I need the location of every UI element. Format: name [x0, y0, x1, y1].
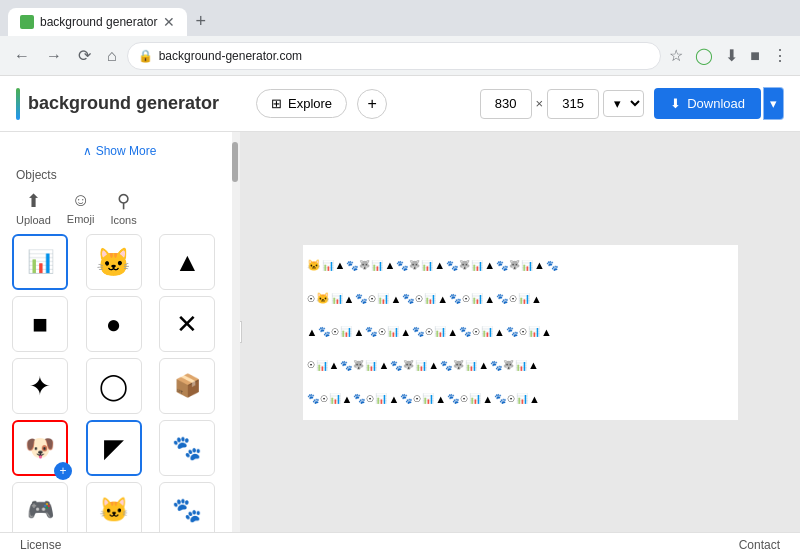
tools-section: ⬆ Upload ☺ Emoji ⚲ Icons: [0, 186, 239, 230]
pattern-row-2: ☉ 🐱 📊 ▲ 🐾 ☉ 📊 ▲ 🐾 ☉ 📊 ▲ 🐾 ☉ 📊 ▲: [307, 282, 734, 315]
pattern-row-5: 🐾 ☉ 📊 ▲ 🐾 ☉ 📊 ▲ 🐾 ☉ 📊 ▲ 🐾 ☉ 📊 ▲: [307, 382, 734, 415]
p-pres2: 📊: [371, 260, 383, 271]
sidebar-scrollbar[interactable]: [232, 132, 240, 532]
height-input[interactable]: [547, 89, 599, 119]
p-pres4: 📊: [471, 260, 483, 271]
contact-link[interactable]: Contact: [739, 538, 780, 552]
emoji-label: Emoji: [67, 213, 95, 225]
p4-wolf2: 🐺: [403, 360, 414, 370]
object-item-paw2[interactable]: 🐾: [159, 482, 215, 532]
scrollbar-thumb[interactable]: [232, 142, 238, 182]
explore-button[interactable]: ⊞ Explore: [256, 89, 347, 118]
game-icon: 🎮: [27, 497, 54, 523]
show-more-label: Show More: [96, 144, 157, 158]
p-paw3: 🐾: [446, 260, 458, 271]
p-tri5: ▲: [534, 259, 545, 271]
p2-pres3: 📊: [424, 293, 436, 304]
p4-tri4: ▲: [478, 359, 489, 371]
menu-button[interactable]: ⋮: [768, 42, 792, 69]
p-tri4: ▲: [484, 259, 495, 271]
address-bar[interactable]: 🔒 background-generator.com: [127, 42, 662, 70]
canvas-area: 🐱 📊 ▲ 🐾 🐺 📊 ▲ 🐾 🐺 📊 ▲ 🐾 🐺 📊 ▲ 🐾: [240, 132, 800, 532]
object-item-cross[interactable]: ✕: [159, 296, 215, 352]
download-button[interactable]: ⬇ Download: [654, 88, 761, 119]
url-text: background-generator.com: [159, 49, 302, 63]
dimension-dropdown[interactable]: ▾: [603, 90, 644, 117]
tab-close-button[interactable]: ✕: [163, 14, 175, 30]
canvas-handle[interactable]: [240, 321, 242, 343]
object-item-circle[interactable]: ●: [86, 296, 142, 352]
tab-favicon: [20, 15, 34, 29]
object-item-ring[interactable]: ◯: [86, 358, 142, 414]
p5-ring3: ☉: [413, 394, 421, 404]
download-nav-button[interactable]: ⬇: [721, 42, 742, 69]
back-button[interactable]: ←: [8, 43, 36, 69]
p2-pres2: 📊: [377, 293, 389, 304]
object-item-cat2[interactable]: 🐱: [86, 482, 142, 532]
upload-icon: ⬆: [26, 190, 41, 212]
object-item-cube[interactable]: ◤: [86, 420, 142, 476]
show-more-button[interactable]: ∧ Show More: [0, 140, 239, 162]
icons-tool[interactable]: ⚲ Icons: [110, 190, 136, 226]
object-item-box[interactable]: 📦: [159, 358, 215, 414]
dimension-separator: ×: [536, 96, 544, 111]
explore-label: Explore: [288, 96, 332, 111]
emoji-tool[interactable]: ☺ Emoji: [67, 190, 95, 226]
download-dropdown-button[interactable]: ▾: [763, 87, 784, 120]
p4-paw4: 🐾: [490, 360, 502, 371]
object-item-square[interactable]: ■: [12, 296, 68, 352]
new-tab-button[interactable]: +: [187, 7, 214, 36]
forward-button[interactable]: →: [40, 43, 68, 69]
object-item-dog[interactable]: 🐶 +: [12, 420, 68, 476]
upload-tool[interactable]: ⬆ Upload: [16, 190, 51, 226]
nav-bar: ← → ⟳ ⌂ 🔒 background-generator.com ☆ ◯ ⬇…: [0, 36, 800, 76]
p-wolf4: 🐺: [509, 260, 520, 270]
presentation-icon: 📊: [27, 249, 54, 275]
profile-button[interactable]: ◯: [691, 42, 717, 69]
width-input[interactable]: [480, 89, 532, 119]
cat-photo-icon: 🐱: [96, 246, 131, 279]
license-link[interactable]: License: [20, 538, 61, 552]
p5-pres5: 📊: [516, 393, 528, 404]
p3-paw1: 🐾: [365, 326, 377, 337]
lock-icon: 🔒: [138, 49, 153, 63]
p-paw5: 🐾: [546, 260, 558, 271]
p2-ring4: ☉: [462, 294, 470, 304]
grid-icon: ⊞: [271, 96, 282, 111]
p4-tri2: ▲: [378, 359, 389, 371]
p4-tri3: ▲: [428, 359, 439, 371]
p3-tri4: ▲: [494, 326, 505, 338]
extensions-button[interactable]: ■: [746, 43, 764, 69]
tab-bar: background generator ✕ +: [0, 0, 800, 36]
active-tab[interactable]: background generator ✕: [8, 8, 187, 36]
dog-icon: 🐶: [25, 434, 55, 462]
p3-tri5: ▲: [541, 326, 552, 338]
chevron-up-icon: ∧: [83, 144, 92, 158]
p2-paw4: 🐾: [496, 293, 508, 304]
tab-title: background generator: [40, 15, 157, 29]
object-item-triangle[interactable]: ▲: [159, 234, 215, 290]
object-item-cat-photo[interactable]: 🐱: [86, 234, 142, 290]
emoji-icon: ☺: [71, 190, 89, 211]
home-button[interactable]: ⌂: [101, 43, 123, 69]
p4-ring1: ☉: [307, 360, 315, 370]
p3-pres3: 📊: [434, 326, 446, 337]
header-controls: ⊞ Explore + × ▾ ⬇ Download ▾: [256, 87, 784, 120]
p4-pres2: 📊: [365, 360, 377, 371]
object-item-paw[interactable]: 🐾: [159, 420, 215, 476]
p-tri2: ▲: [384, 259, 395, 271]
canvas-container: 🐱 📊 ▲ 🐾 🐺 📊 ▲ 🐾 🐺 📊 ▲ 🐾 🐺 📊 ▲ 🐾: [303, 245, 738, 420]
object-item-game[interactable]: 🎮: [12, 482, 68, 532]
p5-tri4: ▲: [482, 393, 493, 405]
p2-paw3: 🐾: [449, 293, 461, 304]
logo-bar: background generator: [16, 88, 256, 120]
refresh-button[interactable]: ⟳: [72, 42, 97, 69]
bookmark-button[interactable]: ☆: [665, 42, 687, 69]
p3-tri1: ▲: [353, 326, 364, 338]
p5-ring1: ☉: [320, 394, 328, 404]
main-content: ∧ Show More Objects ⬆ Upload ☺ Emoji ⚲ I…: [0, 132, 800, 532]
add-button[interactable]: +: [357, 89, 387, 119]
p5-tri5: ▲: [529, 393, 540, 405]
object-item-presentation[interactable]: 📊: [12, 234, 68, 290]
object-item-star[interactable]: ✦: [12, 358, 68, 414]
